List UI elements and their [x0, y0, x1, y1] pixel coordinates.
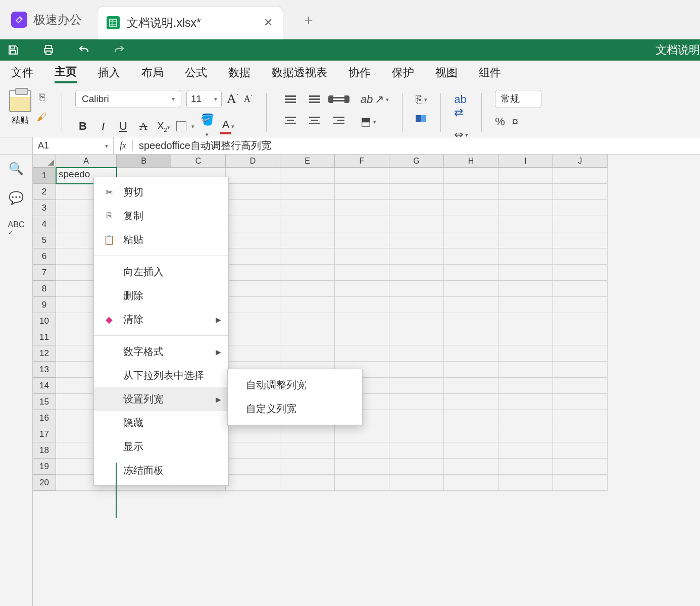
clipboard-icon[interactable]	[9, 90, 31, 112]
cell[interactable]	[444, 216, 498, 232]
cell[interactable]	[280, 248, 335, 265]
cell[interactable]	[335, 329, 389, 345]
cell[interactable]	[553, 475, 608, 491]
row-header[interactable]: 4	[33, 216, 56, 232]
cell[interactable]	[280, 265, 335, 281]
align-right-icon[interactable]	[328, 117, 349, 124]
cell[interactable]	[335, 281, 389, 297]
row-header[interactable]: 12	[33, 345, 56, 362]
cell[interactable]	[498, 232, 553, 248]
cell[interactable]	[553, 329, 608, 345]
cell[interactable]	[280, 329, 335, 345]
cell[interactable]	[335, 442, 389, 459]
ctx-freeze[interactable]: 冻结面板	[94, 459, 228, 482]
home-tab[interactable]: 极速办公	[0, 0, 97, 39]
fill-color-button[interactable]: 🪣▾	[199, 113, 215, 139]
cell[interactable]	[498, 168, 553, 184]
cell[interactable]	[280, 168, 335, 184]
col-header-G[interactable]: G	[389, 155, 444, 168]
strikethrough-button[interactable]: A	[136, 120, 151, 133]
cell[interactable]	[389, 345, 444, 362]
row-header[interactable]: 1	[33, 168, 56, 184]
cell[interactable]	[389, 426, 444, 442]
cell[interactable]	[389, 281, 444, 297]
cell[interactable]	[498, 216, 553, 232]
cell[interactable]	[280, 281, 335, 297]
cell[interactable]	[280, 345, 335, 362]
cell[interactable]	[389, 265, 444, 281]
cell[interactable]	[335, 297, 389, 313]
row-header[interactable]: 3	[33, 200, 56, 216]
cell[interactable]	[335, 216, 389, 232]
cell[interactable]	[389, 216, 444, 232]
row-header[interactable]: 2	[33, 184, 56, 200]
cell[interactable]	[444, 232, 498, 248]
cell[interactable]	[226, 459, 280, 475]
menu-formula[interactable]: 公式	[185, 65, 207, 82]
ctx-show[interactable]: 显示	[94, 435, 228, 459]
cell[interactable]	[226, 426, 280, 442]
cell[interactable]	[335, 168, 389, 184]
cell[interactable]	[226, 442, 280, 459]
cell[interactable]	[280, 200, 335, 216]
cell[interactable]	[335, 265, 389, 281]
italic-button[interactable]: I	[95, 120, 111, 133]
cell[interactable]	[444, 297, 498, 313]
ctx-from-dropdown[interactable]: 从下拉列表中选择	[94, 364, 228, 387]
cell[interactable]	[226, 345, 280, 362]
align-bottom-icon[interactable]	[328, 95, 349, 103]
cell[interactable]	[389, 313, 444, 329]
ctx-delete[interactable]: 删除	[94, 284, 228, 308]
cell[interactable]	[553, 281, 608, 297]
row-header[interactable]: 13	[33, 362, 56, 378]
row-header[interactable]: 14	[33, 378, 56, 394]
cell[interactable]	[498, 378, 553, 394]
merge-cells-button[interactable]: ⬒▾	[361, 115, 389, 128]
font-color-button[interactable]: A▾	[220, 118, 235, 134]
cell[interactable]	[226, 475, 280, 491]
cell[interactable]	[498, 362, 553, 378]
cell[interactable]	[444, 410, 498, 426]
cell[interactable]	[280, 216, 335, 232]
cell[interactable]	[389, 168, 444, 184]
ctx-clear[interactable]: ◆清除▶	[94, 308, 228, 331]
cell[interactable]	[226, 184, 280, 200]
menu-insert[interactable]: 插入	[98, 65, 120, 82]
cell[interactable]	[226, 168, 280, 184]
cell[interactable]	[444, 248, 498, 265]
cell[interactable]	[553, 378, 608, 394]
menu-collab[interactable]: 协作	[348, 65, 371, 82]
increase-font-icon[interactable]: A˄	[227, 91, 239, 107]
align-middle-icon[interactable]	[304, 95, 325, 103]
cell[interactable]	[553, 394, 608, 410]
cell[interactable]	[389, 475, 444, 491]
underline-button[interactable]: U	[116, 120, 131, 133]
document-tab[interactable]: 文档说明.xlsx* ✕	[97, 6, 283, 39]
format-painter-icon[interactable]: 🖌	[35, 110, 48, 123]
row-header[interactable]: 10	[33, 313, 56, 329]
ctx-copy[interactable]: ⎘复制	[94, 204, 228, 228]
new-tab-button[interactable]: ＋	[302, 10, 316, 29]
comment-icon[interactable]: 💬	[9, 191, 24, 205]
save-icon[interactable]	[7, 44, 19, 56]
ctx-insert-left[interactable]: 向左插入	[94, 260, 228, 284]
cell[interactable]	[553, 345, 608, 362]
font-size-dropdown[interactable]: 11▾	[186, 90, 222, 108]
menu-layout[interactable]: 布局	[141, 65, 164, 82]
cell[interactable]	[553, 216, 608, 232]
cell[interactable]	[498, 410, 553, 426]
menu-view[interactable]: 视图	[435, 65, 458, 82]
cell[interactable]	[498, 345, 553, 362]
cell[interactable]	[226, 329, 280, 345]
cell[interactable]	[553, 248, 608, 265]
cell[interactable]	[553, 459, 608, 475]
row-header[interactable]: 7	[33, 265, 56, 281]
menu-pivot[interactable]: 数据透视表	[272, 65, 327, 82]
cell[interactable]	[498, 184, 553, 200]
decrease-font-icon[interactable]: A˅	[244, 94, 253, 105]
cell[interactable]	[498, 313, 553, 329]
align-top-icon[interactable]	[280, 95, 301, 103]
font-name-dropdown[interactable]: Calibri▾	[75, 90, 181, 108]
undo-icon[interactable]	[78, 44, 90, 56]
cell[interactable]	[444, 329, 498, 345]
